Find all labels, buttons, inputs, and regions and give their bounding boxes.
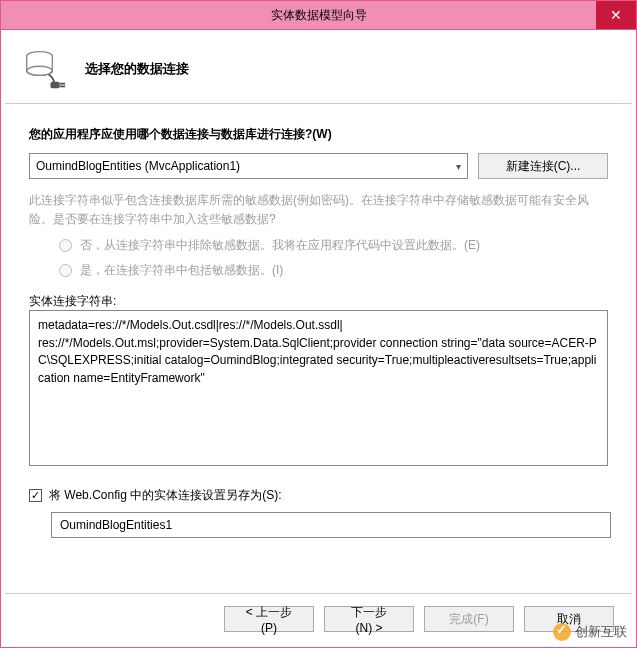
finish-button: 完成(F) bbox=[424, 606, 514, 632]
wizard-header: 选择您的数据连接 bbox=[5, 34, 632, 104]
radio-icon bbox=[59, 264, 72, 277]
next-button[interactable]: 下一步(N) > bbox=[324, 606, 414, 632]
radio-include-label: 是，在连接字符串中包括敏感数据。(I) bbox=[80, 262, 283, 279]
chevron-down-icon: ▾ bbox=[456, 161, 461, 172]
close-icon: ✕ bbox=[610, 7, 622, 23]
radio-exclude-label: 否，从连接字符串中排除敏感数据。我将在应用程序代码中设置此数据。(E) bbox=[80, 237, 480, 254]
connection-string-label: 实体连接字符串: bbox=[29, 294, 116, 308]
radio-exclude-sensitive: 否，从连接字符串中排除敏感数据。我将在应用程序代码中设置此数据。(E) bbox=[59, 237, 608, 254]
sensitive-data-radio-group: 否，从连接字符串中排除敏感数据。我将在应用程序代码中设置此数据。(E) 是，在连… bbox=[29, 237, 608, 279]
connection-combobox[interactable]: OumindBlogEntities (MvcApplication1) ▾ bbox=[29, 153, 468, 179]
save-config-name-input[interactable] bbox=[51, 512, 611, 538]
save-config-label: 将 Web.Config 中的实体连接设置另存为(S): bbox=[49, 487, 281, 504]
dialog-body: 选择您的数据连接 您的应用程序应使用哪个数据连接与数据库进行连接?(W) Oum… bbox=[0, 30, 637, 648]
window-title: 实体数据模型向导 bbox=[271, 7, 367, 24]
cancel-button[interactable]: 取消 bbox=[524, 606, 614, 632]
close-button[interactable]: ✕ bbox=[596, 1, 636, 29]
database-plug-icon bbox=[23, 47, 67, 91]
previous-button[interactable]: < 上一步(P) bbox=[224, 606, 314, 632]
sensitive-data-warning: 此连接字符串似乎包含连接数据库所需的敏感数据(例如密码)。在连接字符串中存储敏感… bbox=[29, 191, 608, 229]
connection-selected: OumindBlogEntities (MvcApplication1) bbox=[36, 159, 240, 173]
connection-prompt: 您的应用程序应使用哪个数据连接与数据库进行连接?(W) bbox=[29, 126, 608, 143]
wizard-footer: < 上一步(P) 下一步(N) > 完成(F) 取消 bbox=[5, 593, 632, 644]
svg-rect-2 bbox=[51, 81, 60, 87]
save-config-checkbox[interactable]: ✓ bbox=[29, 489, 42, 502]
radio-icon bbox=[59, 239, 72, 252]
titlebar: 实体数据模型向导 ✕ bbox=[0, 0, 637, 30]
radio-include-sensitive: 是，在连接字符串中包括敏感数据。(I) bbox=[59, 262, 608, 279]
connection-string-textarea[interactable] bbox=[29, 310, 608, 466]
wizard-step-title: 选择您的数据连接 bbox=[85, 60, 189, 78]
new-connection-button[interactable]: 新建连接(C)... bbox=[478, 153, 608, 179]
